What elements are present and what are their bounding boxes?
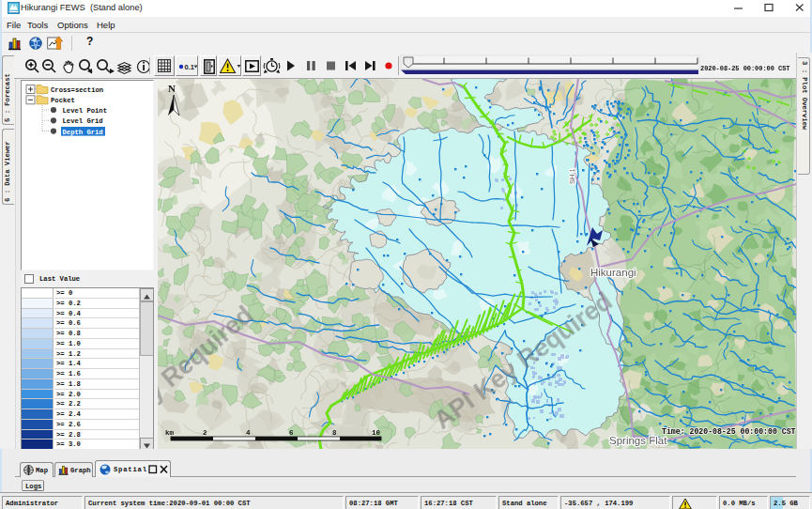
svg-text:8: 8 [332, 429, 337, 437]
svg-text:SH 1: SH 1 [568, 168, 576, 184]
svg-text:6: 6 [289, 429, 294, 437]
svg-text:Hikurangi: Hikurangi [590, 267, 636, 278]
svg-text:0.1: 0.1 [185, 63, 194, 71]
svg-text:Time: 2020-08-25 00:00:00 CST: Time: 2020-08-25 00:00:00 CST [662, 427, 796, 436]
svg-text:10: 10 [372, 429, 381, 437]
svg-text:4: 4 [246, 429, 251, 437]
svg-text:Springs Flat: Springs Flat [609, 435, 667, 446]
svg-text:N: N [168, 83, 176, 94]
svg-text:2: 2 [203, 429, 207, 437]
svg-text:km: km [165, 429, 175, 437]
